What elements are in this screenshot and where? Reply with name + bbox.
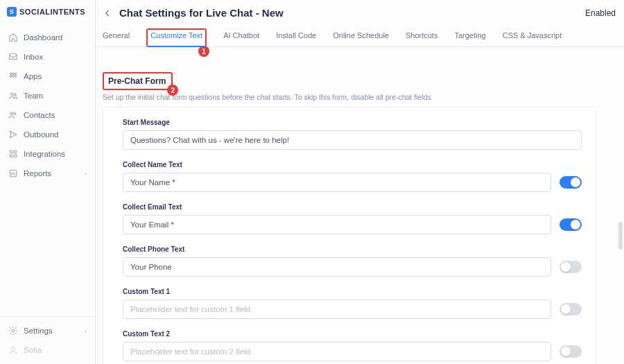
field-collect-email: Collect Email Text (123, 203, 582, 234)
svg-rect-13 (14, 155, 17, 157)
outbound-icon (8, 130, 18, 139)
reports-icon (8, 168, 18, 178)
sidebar-item-dashboard[interactable]: Dashboard (0, 28, 95, 47)
tab-targeting[interactable]: Targeting (454, 28, 485, 46)
tab-customize-text[interactable]: Customize Text 1 (146, 28, 207, 47)
sidebar-item-settings[interactable]: Settings › (0, 321, 95, 340)
field-label: Collect Phone Text (123, 245, 582, 253)
custom-1-input[interactable] (123, 300, 551, 319)
svg-point-16 (12, 347, 15, 350)
tab-install-code[interactable]: Install Code (276, 28, 316, 46)
section-subtitle: Set up the initial chat form questions b… (103, 93, 596, 101)
page-title: Chat Settings for Live Chat - New (119, 7, 284, 19)
sidebar-item-label: Apps (24, 72, 42, 80)
tab-online-schedule[interactable]: Online Schedule (333, 28, 389, 46)
svg-point-2 (15, 73, 16, 74)
prechat-card: Start Message Collect Name Text Collect … (103, 107, 596, 364)
home-icon (8, 33, 18, 42)
field-collect-phone: Collect Phone Text (123, 245, 582, 277)
svg-rect-12 (10, 155, 12, 157)
sidebar-nav: Dashboard Inbox Apps Team Contacts Outbo… (0, 24, 95, 183)
sidebar-item-label: Team (24, 92, 43, 100)
field-label: Collect Email Text (123, 203, 582, 211)
svg-point-7 (14, 94, 16, 96)
field-label: Start Message (123, 119, 582, 126)
integrations-icon (8, 149, 18, 159)
custom-1-toggle[interactable] (560, 303, 582, 315)
sidebar-item-label: Outbound (24, 130, 59, 139)
svg-rect-11 (14, 150, 17, 153)
section-title: Pre-Chat Form (104, 73, 171, 89)
field-label: Collect Name Text (123, 161, 582, 168)
sidebar-item-label: Dashboard (24, 33, 62, 42)
sidebar-item-label: Settings (24, 327, 53, 335)
custom-2-input[interactable] (123, 342, 551, 361)
sidebar-item-inbox[interactable]: Inbox (0, 47, 95, 67)
field-label: Custom Text 1 (123, 288, 582, 295)
svg-point-0 (10, 73, 11, 74)
inbox-icon (8, 52, 18, 62)
svg-point-9 (14, 113, 16, 115)
svg-point-6 (11, 93, 14, 96)
sidebar-item-contacts[interactable]: Contacts (0, 105, 95, 125)
tabs: General Customize Text 1 AI Chatbot Inst… (96, 23, 624, 47)
svg-point-4 (12, 76, 14, 77)
sidebar-item-user[interactable]: Sofia (0, 340, 95, 360)
collect-phone-input[interactable] (123, 257, 551, 277)
page-header: Chat Settings for Live Chat - New Enable… (96, 0, 624, 23)
svg-point-15 (12, 329, 15, 332)
tab-general[interactable]: General (103, 28, 130, 46)
collect-name-input[interactable] (123, 173, 551, 192)
sidebar-item-apps[interactable]: Apps (0, 67, 95, 86)
user-icon (8, 345, 18, 355)
collect-email-input[interactable] (123, 215, 551, 234)
svg-point-8 (10, 112, 12, 115)
status-enabled[interactable]: Enabled (585, 8, 617, 18)
sidebar-bottom: Settings › Sofia (0, 316, 95, 364)
sidebar-item-outbound[interactable]: Outbound (0, 125, 95, 144)
sidebar-item-label: Inbox (24, 53, 43, 61)
collect-phone-toggle[interactable] (560, 261, 582, 273)
tab-label: Customize Text (150, 31, 202, 40)
apps-icon (8, 71, 18, 81)
sidebar-item-team[interactable]: Team (0, 86, 95, 105)
chevron-right-icon: › (85, 170, 87, 177)
svg-point-3 (10, 76, 11, 77)
brand-name: SOCIALINTENTS (19, 8, 85, 16)
collect-email-toggle[interactable] (560, 218, 582, 231)
sidebar-item-label: Reports (24, 169, 51, 177)
main: Chat Settings for Live Chat - New Enable… (96, 0, 624, 364)
collect-name-toggle[interactable] (560, 176, 582, 189)
sidebar-item-label: Integrations (24, 150, 65, 158)
contacts-icon (8, 110, 18, 120)
sidebar-item-label: Contacts (24, 111, 55, 119)
sidebar-item-label: Sofia (24, 346, 42, 354)
gear-icon (8, 326, 18, 336)
custom-2-toggle[interactable] (560, 345, 582, 358)
svg-rect-10 (10, 150, 12, 153)
field-custom-2: Custom Text 2 (123, 330, 582, 361)
field-collect-name: Collect Name Text (123, 161, 582, 192)
sidebar-item-reports[interactable]: Reports › (0, 164, 95, 183)
sidebar-item-integrations[interactable]: Integrations (0, 144, 95, 164)
section-title-box: Pre-Chat Form 2 (103, 72, 173, 90)
svg-point-1 (12, 73, 14, 74)
back-button[interactable] (103, 8, 112, 18)
field-label: Custom Text 2 (123, 330, 582, 338)
field-start-message: Start Message (123, 119, 582, 150)
tab-shortcuts[interactable]: Shortcuts (406, 28, 437, 46)
sidebar: S SOCIALINTENTS Dashboard Inbox Apps Tea… (0, 0, 96, 364)
brand: S SOCIALINTENTS (0, 6, 95, 24)
team-icon (8, 91, 18, 101)
field-custom-1: Custom Text 1 (123, 288, 582, 319)
tab-css-js[interactable]: CSS & Javascript (503, 28, 562, 46)
content-scroll[interactable]: Pre-Chat Form 2 Set up the initial chat … (96, 47, 624, 364)
svg-point-5 (15, 76, 16, 77)
chevron-right-icon: › (85, 327, 87, 335)
brand-logo-icon: S (7, 7, 17, 17)
start-message-input[interactable] (123, 130, 582, 150)
tab-ai-chatbot[interactable]: AI Chatbot (223, 28, 259, 46)
